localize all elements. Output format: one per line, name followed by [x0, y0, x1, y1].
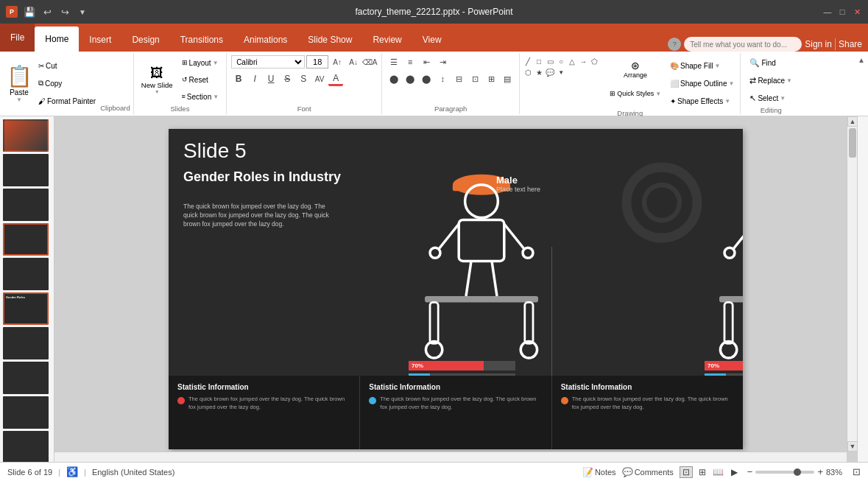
comments-button[interactable]: 💬 Comments: [622, 467, 674, 477]
align-left-button[interactable]: ⬤: [387, 71, 401, 86]
section-button[interactable]: ≡ Section ▼: [179, 88, 222, 105]
find-button[interactable]: 🔍 Find: [747, 55, 795, 71]
increase-indent-button[interactable]: ⇥: [435, 55, 450, 69]
cut-button[interactable]: ✂ Cut: [35, 57, 99, 74]
normal-view-button[interactable]: ⊡: [680, 466, 693, 478]
horizontal-scrollbar[interactable]: [54, 452, 847, 462]
line-spacing-button[interactable]: ↕: [435, 71, 450, 86]
slide-thumb-9[interactable]: [3, 396, 49, 429]
bold-button[interactable]: B: [231, 71, 246, 86]
slide-thumb-6[interactable]: Gender Roles: [3, 292, 49, 325]
ribbon-collapse-button[interactable]: ▲: [858, 53, 868, 114]
columns-button[interactable]: ⊟: [451, 71, 466, 86]
reset-button[interactable]: ↺ Reset: [179, 71, 222, 88]
fit-slide-button[interactable]: ⊡: [853, 466, 861, 477]
save-btn[interactable]: 💾: [22, 4, 37, 19]
smartart-button[interactable]: ▤: [500, 71, 515, 86]
callout-shape[interactable]: 💬: [545, 67, 555, 77]
scroll-up-button[interactable]: ▲: [847, 116, 857, 127]
language[interactable]: English (United States): [92, 468, 175, 477]
maximize-button[interactable]: □: [837, 7, 847, 17]
select-button[interactable]: ↖ Select ▼: [747, 90, 795, 106]
clear-format-button[interactable]: ⌫A: [362, 55, 377, 69]
paste-dropdown[interactable]: ▼: [16, 96, 22, 103]
align-center-button[interactable]: ⬤: [403, 71, 417, 86]
align-right-button[interactable]: ⬤: [419, 71, 434, 86]
copy-button[interactable]: ⧉ Copy: [35, 75, 99, 91]
layout-button[interactable]: ⊞ Layout ▼: [179, 55, 222, 71]
strikethrough-button[interactable]: S: [280, 71, 294, 86]
arrange-button[interactable]: ⊛ Arrange: [607, 55, 664, 84]
tab-design[interactable]: Design: [121, 28, 169, 52]
rounded-rect-shape[interactable]: ▭: [545, 56, 555, 66]
star-shape[interactable]: ★: [534, 67, 544, 77]
share-button[interactable]: Share: [839, 39, 862, 49]
tab-transitions[interactable]: Transitions: [170, 28, 233, 52]
tab-home[interactable]: Home: [35, 27, 79, 52]
zoom-level[interactable]: 83%: [826, 468, 850, 477]
help-icon[interactable]: ?: [668, 38, 681, 51]
customize-btn[interactable]: ▼: [75, 4, 90, 19]
slide-thumb-8[interactable]: [3, 362, 49, 394]
bullets-button[interactable]: ☰: [387, 55, 401, 69]
slide-thumb-10[interactable]: [3, 431, 49, 462]
tab-file[interactable]: File: [0, 24, 35, 52]
undo-btn[interactable]: ↩: [40, 4, 54, 19]
decrease-font-button[interactable]: A↓: [346, 55, 361, 69]
slideshow-button[interactable]: ▶: [728, 466, 741, 478]
slide-thumb-3[interactable]: [3, 189, 49, 221]
shape-fill-button[interactable]: 🎨 Shape Fill ▼: [667, 57, 737, 74]
text-direction-button[interactable]: ⊡: [467, 71, 482, 86]
tab-animations[interactable]: Animations: [233, 28, 297, 52]
tab-review[interactable]: Review: [362, 28, 412, 52]
decrease-indent-button[interactable]: ⇤: [419, 55, 434, 69]
scroll-thumb-v[interactable]: [849, 128, 856, 158]
hexagon-shape[interactable]: ⬡: [523, 67, 533, 77]
close-button[interactable]: ✕: [852, 7, 862, 17]
vertical-scrollbar[interactable]: ▲ ▼: [847, 116, 857, 452]
text-align-button[interactable]: ⊞: [484, 71, 498, 86]
slide-body-text[interactable]: The quick brown fox jumped over the lazy…: [183, 203, 331, 229]
reading-view-button[interactable]: 📖: [712, 466, 725, 478]
shape-effects-button[interactable]: ✦ Shape Effects ▼: [667, 93, 737, 109]
numbered-list-button[interactable]: ≡: [403, 55, 417, 69]
triangle-shape[interactable]: △: [567, 56, 577, 66]
new-slide-button[interactable]: 🖼 New Slide ▼: [138, 64, 176, 96]
slide-title[interactable]: Gender Roles in Industry: [183, 169, 341, 185]
font-family-select[interactable]: Calibri: [231, 55, 305, 69]
char-spacing-button[interactable]: AV: [312, 71, 327, 86]
redo-btn[interactable]: ↪: [57, 4, 72, 19]
shape-outline-button[interactable]: ⬜ Shape Outline ▼: [667, 75, 737, 91]
quick-styles-button[interactable]: ⊞ Quick Styles ▼: [607, 85, 664, 102]
tab-slideshow[interactable]: Slide Show: [297, 28, 362, 52]
paste-button[interactable]: 📋 Paste ▼: [3, 55, 35, 113]
tab-insert[interactable]: Insert: [79, 28, 121, 52]
signin-button[interactable]: Sign in: [805, 39, 832, 49]
underline-button[interactable]: U: [264, 71, 278, 86]
zoom-slider[interactable]: [755, 471, 814, 474]
format-painter-button[interactable]: 🖌 Format Painter: [35, 93, 99, 109]
font-size-input[interactable]: [306, 55, 328, 69]
notes-button[interactable]: 📝 Notes: [582, 467, 616, 477]
text-shadow-button[interactable]: S: [296, 71, 311, 86]
rect-shape[interactable]: □: [534, 56, 544, 66]
tab-view[interactable]: View: [412, 28, 452, 52]
oval-shape[interactable]: ○: [556, 56, 566, 66]
slide-canvas[interactable]: Slide 5 Gender Roles in Industry The qui…: [169, 129, 743, 449]
more-shapes[interactable]: ▼: [556, 67, 566, 77]
increase-font-button[interactable]: A↑: [330, 55, 345, 69]
line-shape[interactable]: ╱: [523, 56, 533, 66]
slide-thumb-1[interactable]: [3, 119, 49, 152]
minimize-button[interactable]: —: [822, 7, 833, 17]
zoom-out-button[interactable]: −: [747, 466, 753, 477]
scroll-down-button[interactable]: ▼: [847, 441, 857, 452]
accessibility-icon[interactable]: ♿: [66, 466, 78, 477]
zoom-in-button[interactable]: +: [817, 466, 823, 477]
pentagon-shape[interactable]: ⬠: [589, 56, 599, 66]
arrow-shape[interactable]: →: [578, 56, 588, 66]
replace-button[interactable]: ⇄ Replace ▼: [747, 72, 795, 88]
slide-thumb-2[interactable]: [3, 154, 49, 186]
slide-thumb-7[interactable]: [3, 327, 49, 359]
italic-button[interactable]: I: [247, 71, 262, 86]
search-input[interactable]: [684, 37, 802, 52]
